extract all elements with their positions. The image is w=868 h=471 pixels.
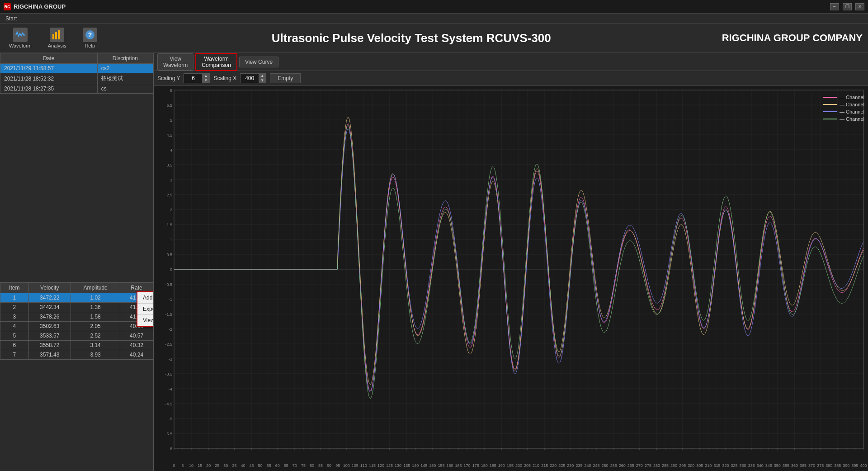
- svg-text:-1.5: -1.5: [165, 312, 172, 317]
- desc-cell: 招楼测试: [97, 73, 153, 84]
- scaling-y-spinbox[interactable]: ▲ ▼: [184, 73, 210, 83]
- svg-text:-0.5: -0.5: [165, 282, 172, 287]
- svg-text:305: 305: [696, 463, 703, 468]
- data-table-row[interactable]: 73571.433.9340.24: [0, 350, 153, 360]
- svg-text:1: 1: [170, 238, 172, 242]
- ctx-view-curve[interactable]: View Curve: [137, 314, 153, 326]
- svg-text:?: ?: [88, 31, 92, 38]
- data-cell: 40.57: [120, 331, 153, 341]
- svg-text:335: 335: [748, 463, 755, 468]
- data-table-row[interactable]: 43502.632.0540.65: [0, 322, 153, 331]
- scaling-y-input[interactable]: [184, 74, 202, 82]
- tab-view-curve[interactable]: View Curve: [239, 57, 278, 67]
- analysis-icon: [50, 28, 64, 42]
- svg-text:-5: -5: [169, 417, 172, 421]
- svg-text:345: 345: [765, 463, 772, 468]
- left-panel: Date Discription 2021/11/29 11:58:57cs22…: [0, 53, 154, 471]
- svg-text:150: 150: [429, 463, 436, 468]
- data-table: ItemVelocityAmplitudeRate 13472.221.0241…: [0, 282, 153, 360]
- legend-line-4: [823, 119, 837, 119]
- svg-text:2.5: 2.5: [166, 193, 172, 197]
- svg-text:220: 220: [550, 463, 557, 468]
- waveform-label: Waveform: [9, 43, 32, 48]
- svg-text:-3: -3: [169, 357, 172, 362]
- legend-label-1: — Channel: [840, 95, 864, 100]
- svg-text:155: 155: [438, 463, 444, 468]
- svg-text:60: 60: [275, 463, 280, 468]
- menu-bar: Start: [0, 14, 868, 24]
- data-cell: 1.36: [71, 303, 120, 312]
- svg-text:140: 140: [412, 463, 419, 468]
- legend-label-2: — Channel: [840, 102, 864, 107]
- data-table-row[interactable]: 63558.723.1440.32: [0, 341, 153, 350]
- data-cell: 1: [0, 293, 29, 303]
- data-cell: 1.58: [71, 312, 120, 322]
- svg-text:165: 165: [455, 463, 462, 468]
- date-table-row[interactable]: 2021/11/28 18:27:35cs: [0, 84, 153, 94]
- help-label: Help: [85, 43, 95, 48]
- chart-area: -6-5.5-5-4.5-4-3.5-3-2.5-2-1.5-1-0.500.5…: [154, 86, 868, 471]
- data-table-row[interactable]: 23442.341.3641.93: [0, 303, 153, 312]
- title-bar-left: RC RIGCHINA GROUP: [4, 3, 66, 10]
- date-cell: 2021/11/28 18:52:32: [0, 73, 98, 84]
- restore-button[interactable]: ❐: [843, 3, 852, 10]
- svg-rect-1: [55, 32, 57, 39]
- svg-text:0: 0: [170, 267, 172, 272]
- data-col-header: Velocity: [28, 283, 71, 293]
- header-title: Ultrasonic Pulse Velocity Test System RC…: [110, 31, 713, 45]
- svg-text:375: 375: [817, 463, 824, 468]
- analysis-tool-button[interactable]: Analysis: [44, 26, 70, 50]
- svg-text:-2: -2: [169, 327, 172, 332]
- data-cell: 40.24: [120, 350, 153, 360]
- svg-text:230: 230: [567, 463, 574, 468]
- date-col-header: Date: [0, 53, 98, 64]
- menu-start[interactable]: Start: [2, 14, 20, 23]
- help-tool-button[interactable]: ? Help: [79, 26, 101, 50]
- svg-text:3.5: 3.5: [166, 163, 172, 167]
- company-name: RIGCHINA GROUP COMPANY: [722, 32, 863, 44]
- minimize-button[interactable]: −: [830, 3, 839, 10]
- ctx-export-excel[interactable]: Export Excel: [137, 303, 153, 314]
- svg-text:385: 385: [834, 463, 841, 468]
- svg-text:50: 50: [258, 463, 263, 468]
- chart-svg: -6-5.5-5-4.5-4-3.5-3-2.5-2-1.5-1-0.500.5…: [154, 86, 868, 471]
- data-table-row[interactable]: 33478.261.5841.41: [0, 312, 153, 322]
- data-table-row[interactable]: 53533.572.5240.57: [0, 331, 153, 341]
- svg-text:-1: -1: [169, 297, 172, 302]
- data-cell: 40.32: [120, 341, 153, 350]
- date-cell: 2021/11/28 18:27:35: [0, 84, 98, 94]
- date-table-row[interactable]: 2021/11/29 11:58:57cs2: [0, 64, 153, 73]
- date-table-row[interactable]: 2021/11/28 18:52:32招楼测试: [0, 73, 153, 84]
- scaling-y-up[interactable]: ▲: [202, 74, 209, 78]
- svg-text:310: 310: [705, 463, 712, 468]
- svg-rect-0: [52, 34, 54, 39]
- waveform-tool-button[interactable]: Waveform: [5, 26, 35, 50]
- svg-text:15: 15: [198, 463, 202, 468]
- data-cell: 3.93: [71, 350, 120, 360]
- scaling-x-up[interactable]: ▲: [259, 74, 266, 78]
- waveform-icon: [13, 28, 28, 42]
- scaling-x-down[interactable]: ▼: [259, 78, 266, 83]
- svg-text:315: 315: [713, 463, 720, 468]
- data-cell: 3442.34: [28, 303, 71, 312]
- data-table-row[interactable]: 13472.221.0241.71: [0, 293, 153, 303]
- data-cell: 6: [0, 341, 29, 350]
- data-cell: 3.14: [71, 341, 120, 350]
- svg-text:105: 105: [352, 463, 359, 468]
- data-cell: 3472.22: [28, 293, 71, 303]
- legend-line-1: [823, 97, 837, 98]
- legend-channel-1: — Channel: [823, 95, 864, 100]
- svg-text:-6: -6: [169, 447, 172, 451]
- tab-waveform-comparison[interactable]: WaveformComparison: [195, 53, 237, 71]
- empty-button[interactable]: Empty: [270, 73, 301, 83]
- svg-text:75: 75: [301, 463, 306, 468]
- close-button[interactable]: ✕: [855, 3, 864, 10]
- scaling-x-input[interactable]: [241, 74, 259, 82]
- tab-view-waveform[interactable]: ViewWaveform: [157, 53, 193, 71]
- window-controls[interactable]: − ❐ ✕: [830, 3, 864, 10]
- ctx-add-comparison[interactable]: Add comparison: [137, 292, 153, 303]
- svg-text:70: 70: [292, 463, 297, 468]
- scaling-y-down[interactable]: ▼: [202, 78, 209, 83]
- bottom-table-area: ItemVelocityAmplitudeRate 13472.221.0241…: [0, 282, 153, 471]
- scaling-x-spinbox[interactable]: ▲ ▼: [240, 73, 266, 83]
